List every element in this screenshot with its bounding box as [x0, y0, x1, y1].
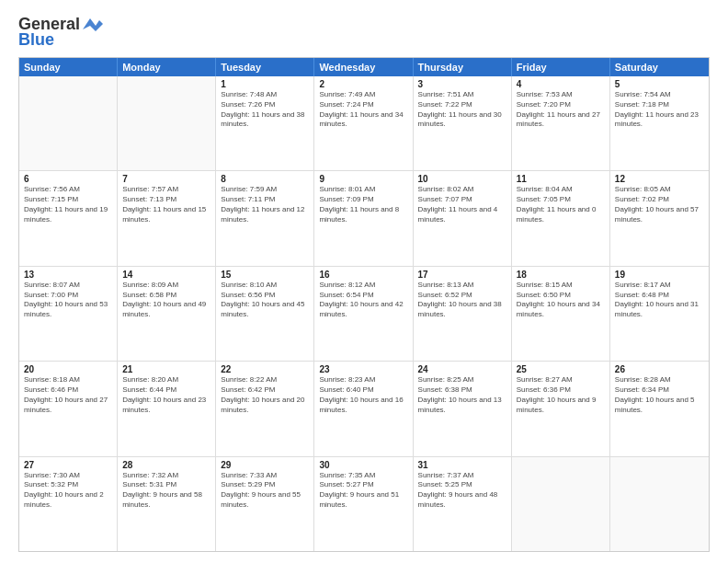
- day-info: Sunrise: 7:49 AM Sunset: 7:24 PM Dayligh…: [319, 90, 407, 130]
- weekday-friday: Friday: [512, 58, 610, 76]
- calendar-cell-22: 22Sunrise: 8:22 AM Sunset: 6:42 PM Dayli…: [216, 362, 314, 455]
- day-info: Sunrise: 8:18 AM Sunset: 6:46 PM Dayligh…: [24, 375, 112, 415]
- calendar-cell-18: 18Sunrise: 8:15 AM Sunset: 6:50 PM Dayli…: [512, 267, 610, 361]
- day-number: 25: [517, 364, 605, 374]
- day-info: Sunrise: 7:30 AM Sunset: 5:32 PM Dayligh…: [24, 471, 112, 511]
- calendar-cell-8: 8Sunrise: 7:59 AM Sunset: 7:11 PM Daylig…: [216, 171, 314, 265]
- calendar-cell-12: 12Sunrise: 8:05 AM Sunset: 7:02 PM Dayli…: [610, 171, 709, 265]
- day-number: 19: [615, 270, 704, 280]
- day-number: 2: [319, 79, 407, 89]
- day-info: Sunrise: 8:20 AM Sunset: 6:44 PM Dayligh…: [122, 375, 210, 415]
- day-number: 7: [122, 174, 210, 184]
- day-number: 31: [418, 460, 506, 470]
- day-info: Sunrise: 8:25 AM Sunset: 6:38 PM Dayligh…: [418, 375, 506, 415]
- day-info: Sunrise: 8:27 AM Sunset: 6:36 PM Dayligh…: [517, 375, 605, 415]
- calendar-cell-21: 21Sunrise: 8:20 AM Sunset: 6:44 PM Dayli…: [118, 362, 216, 455]
- calendar-cell-10: 10Sunrise: 8:02 AM Sunset: 7:07 PM Dayli…: [414, 171, 512, 265]
- day-info: Sunrise: 7:48 AM Sunset: 7:26 PM Dayligh…: [221, 90, 309, 130]
- calendar-cell-28: 28Sunrise: 7:32 AM Sunset: 5:31 PM Dayli…: [118, 457, 216, 551]
- calendar-row-2: 6Sunrise: 7:56 AM Sunset: 7:15 PM Daylig…: [19, 170, 709, 265]
- day-info: Sunrise: 8:28 AM Sunset: 6:34 PM Dayligh…: [615, 375, 704, 415]
- calendar-cell-5: 5Sunrise: 7:54 AM Sunset: 7:18 PM Daylig…: [610, 76, 709, 170]
- day-number: 14: [122, 270, 210, 280]
- calendar-cell-7: 7Sunrise: 7:57 AM Sunset: 7:13 PM Daylig…: [118, 171, 216, 265]
- calendar: Sunday Monday Tuesday Wednesday Thursday…: [18, 57, 710, 552]
- day-info: Sunrise: 7:57 AM Sunset: 7:13 PM Dayligh…: [122, 185, 210, 224]
- calendar-cell-15: 15Sunrise: 8:10 AM Sunset: 6:56 PM Dayli…: [216, 267, 314, 361]
- calendar-cell-9: 9Sunrise: 8:01 AM Sunset: 7:09 PM Daylig…: [314, 171, 413, 265]
- day-number: 15: [221, 270, 309, 280]
- calendar-cell-3: 3Sunrise: 7:51 AM Sunset: 7:22 PM Daylig…: [414, 76, 512, 170]
- weekday-saturday: Saturday: [610, 58, 709, 76]
- calendar-cell-27: 27Sunrise: 7:30 AM Sunset: 5:32 PM Dayli…: [19, 457, 118, 551]
- calendar-cell-2: 2Sunrise: 7:49 AM Sunset: 7:24 PM Daylig…: [314, 76, 413, 170]
- day-info: Sunrise: 8:09 AM Sunset: 6:58 PM Dayligh…: [122, 281, 210, 320]
- calendar-cell-empty: [512, 457, 610, 551]
- svg-marker-0: [83, 18, 103, 31]
- day-info: Sunrise: 7:33 AM Sunset: 5:29 PM Dayligh…: [221, 471, 309, 511]
- calendar-cell-25: 25Sunrise: 8:27 AM Sunset: 6:36 PM Dayli…: [512, 362, 610, 455]
- logo-bird-icon: [83, 17, 103, 33]
- day-info: Sunrise: 8:10 AM Sunset: 6:56 PM Dayligh…: [221, 281, 309, 320]
- weekday-sunday: Sunday: [19, 58, 118, 76]
- calendar-row-5: 27Sunrise: 7:30 AM Sunset: 5:32 PM Dayli…: [19, 456, 709, 551]
- day-number: 4: [517, 79, 605, 89]
- day-number: 6: [24, 174, 112, 184]
- day-number: 8: [221, 174, 309, 184]
- calendar-cell-11: 11Sunrise: 8:04 AM Sunset: 7:05 PM Dayli…: [512, 171, 610, 265]
- day-number: 17: [418, 270, 506, 280]
- day-info: Sunrise: 7:32 AM Sunset: 5:31 PM Dayligh…: [122, 471, 210, 511]
- day-number: 5: [615, 79, 704, 89]
- calendar-cell-empty: [19, 76, 118, 170]
- day-info: Sunrise: 8:22 AM Sunset: 6:42 PM Dayligh…: [221, 375, 309, 415]
- day-number: 21: [122, 364, 210, 374]
- weekday-monday: Monday: [118, 58, 216, 76]
- calendar-row-1: 1Sunrise: 7:48 AM Sunset: 7:26 PM Daylig…: [19, 76, 709, 170]
- calendar-cell-17: 17Sunrise: 8:13 AM Sunset: 6:52 PM Dayli…: [414, 267, 512, 361]
- calendar-cell-24: 24Sunrise: 8:25 AM Sunset: 6:38 PM Dayli…: [414, 362, 512, 455]
- calendar-cell-1: 1Sunrise: 7:48 AM Sunset: 7:26 PM Daylig…: [216, 76, 314, 170]
- calendar-cell-empty: [610, 457, 709, 551]
- day-info: Sunrise: 8:17 AM Sunset: 6:48 PM Dayligh…: [615, 281, 704, 320]
- day-info: Sunrise: 7:59 AM Sunset: 7:11 PM Dayligh…: [221, 185, 309, 224]
- day-info: Sunrise: 7:54 AM Sunset: 7:18 PM Dayligh…: [615, 90, 704, 130]
- weekday-wednesday: Wednesday: [314, 58, 413, 76]
- day-number: 9: [319, 174, 407, 184]
- day-number: 24: [418, 364, 506, 374]
- calendar-cell-23: 23Sunrise: 8:23 AM Sunset: 6:40 PM Dayli…: [314, 362, 413, 455]
- calendar-cell-20: 20Sunrise: 8:18 AM Sunset: 6:46 PM Dayli…: [19, 362, 118, 455]
- page-header: General Blue: [18, 15, 710, 50]
- calendar-cell-14: 14Sunrise: 8:09 AM Sunset: 6:58 PM Dayli…: [118, 267, 216, 361]
- calendar-cell-empty: [118, 76, 216, 170]
- logo: General Blue: [18, 15, 103, 50]
- day-info: Sunrise: 8:15 AM Sunset: 6:50 PM Dayligh…: [517, 281, 605, 320]
- weekday-thursday: Thursday: [414, 58, 512, 76]
- day-info: Sunrise: 8:23 AM Sunset: 6:40 PM Dayligh…: [319, 375, 407, 415]
- calendar-cell-30: 30Sunrise: 7:35 AM Sunset: 5:27 PM Dayli…: [314, 457, 413, 551]
- day-number: 10: [418, 174, 506, 184]
- day-number: 11: [517, 174, 605, 184]
- day-info: Sunrise: 7:56 AM Sunset: 7:15 PM Dayligh…: [24, 185, 112, 224]
- day-number: 22: [221, 364, 309, 374]
- day-number: 30: [319, 460, 407, 470]
- day-number: 27: [24, 460, 112, 470]
- day-number: 18: [517, 270, 605, 280]
- day-number: 28: [122, 460, 210, 470]
- day-info: Sunrise: 8:04 AM Sunset: 7:05 PM Dayligh…: [517, 185, 605, 224]
- calendar-cell-26: 26Sunrise: 8:28 AM Sunset: 6:34 PM Dayli…: [610, 362, 709, 455]
- day-info: Sunrise: 7:35 AM Sunset: 5:27 PM Dayligh…: [319, 471, 407, 511]
- day-number: 23: [319, 364, 407, 374]
- day-number: 20: [24, 364, 112, 374]
- calendar-body: 1Sunrise: 7:48 AM Sunset: 7:26 PM Daylig…: [19, 76, 709, 551]
- day-info: Sunrise: 7:51 AM Sunset: 7:22 PM Dayligh…: [418, 90, 506, 130]
- calendar-cell-4: 4Sunrise: 7:53 AM Sunset: 7:20 PM Daylig…: [512, 76, 610, 170]
- day-info: Sunrise: 8:05 AM Sunset: 7:02 PM Dayligh…: [615, 185, 704, 224]
- day-info: Sunrise: 8:01 AM Sunset: 7:09 PM Dayligh…: [319, 185, 407, 224]
- calendar-cell-29: 29Sunrise: 7:33 AM Sunset: 5:29 PM Dayli…: [216, 457, 314, 551]
- day-number: 1: [221, 79, 309, 89]
- day-info: Sunrise: 7:37 AM Sunset: 5:25 PM Dayligh…: [418, 471, 506, 511]
- calendar-cell-13: 13Sunrise: 8:07 AM Sunset: 7:00 PM Dayli…: [19, 267, 118, 361]
- logo-blue-text: Blue: [18, 30, 54, 50]
- calendar-cell-16: 16Sunrise: 8:12 AM Sunset: 6:54 PM Dayli…: [314, 267, 413, 361]
- day-number: 16: [319, 270, 407, 280]
